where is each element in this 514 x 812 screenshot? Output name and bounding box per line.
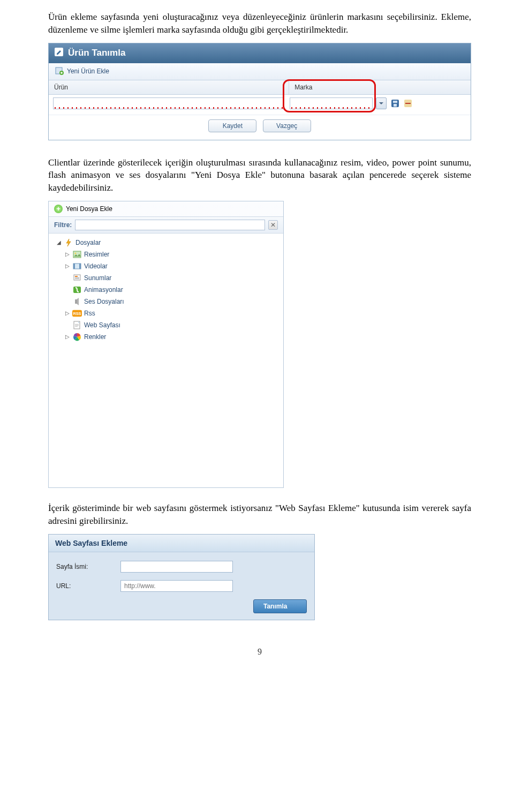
svg-rect-14 bbox=[75, 276, 78, 277]
column-headers: Ürün Marka bbox=[49, 80, 471, 95]
tree-item-label: Renkler bbox=[84, 333, 106, 341]
define-button[interactable]: Tanımla bbox=[253, 599, 307, 613]
column-header-brand: Marka bbox=[289, 80, 471, 94]
page-url-row: URL: bbox=[56, 580, 307, 592]
animation-icon bbox=[72, 285, 82, 294]
product-edit-row bbox=[49, 95, 471, 115]
collapse-icon[interactable]: ◢ bbox=[55, 239, 63, 245]
tree-item-label: Web Sayfası bbox=[84, 321, 120, 329]
svg-rect-11 bbox=[73, 264, 75, 269]
filter-input[interactable] bbox=[75, 220, 265, 230]
panel-title: Ürün Tanımla bbox=[68, 48, 125, 58]
filter-clear-button[interactable]: ✕ bbox=[268, 220, 278, 230]
expand-icon[interactable]: ▷ bbox=[64, 310, 71, 316]
file-tree: ◢ Dosyalar ▷ Resimler ▷ Videolar Sunumla… bbox=[49, 234, 283, 487]
tree-item-label: Animasyonlar bbox=[84, 286, 123, 294]
tree-item-videos[interactable]: ▷ Videolar bbox=[54, 260, 281, 272]
page-name-row: Sayfa İsmi: bbox=[56, 561, 307, 573]
rss-icon: RSS bbox=[72, 309, 82, 318]
product-define-panel: Ürün Tanımla Yeni Ürün Ekle Ürün Marka K… bbox=[48, 43, 471, 140]
cancel-button[interactable]: Vazgeç bbox=[263, 119, 311, 132]
tree-item-label: Resimler bbox=[84, 251, 109, 258]
tree-item-sounds[interactable]: Ses Dosyaları bbox=[54, 296, 281, 307]
image-icon bbox=[72, 250, 82, 259]
presentation-icon bbox=[72, 274, 82, 282]
page-name-input[interactable] bbox=[120, 561, 233, 573]
edit-icon bbox=[54, 47, 64, 59]
panel-toolbar: Yeni Ürün Ekle bbox=[49, 63, 471, 80]
add-product-link[interactable]: Yeni Ürün Ekle bbox=[67, 67, 109, 75]
webpage-panel-body: Sayfa İsmi: URL: Tanımla bbox=[49, 552, 314, 620]
panel-action-buttons: Kaydet Vazgeç bbox=[49, 115, 471, 140]
tree-item-animations[interactable]: Animasyonlar bbox=[54, 284, 281, 296]
tree-root[interactable]: ◢ Dosyalar bbox=[54, 237, 281, 249]
svg-rect-12 bbox=[79, 264, 81, 269]
tree-item-label: Rss bbox=[84, 310, 95, 317]
video-icon bbox=[72, 262, 82, 270]
file-add-toolbar: + Yeni Dosya Ekle bbox=[49, 201, 283, 217]
panel-header: Ürün Tanımla bbox=[49, 43, 471, 63]
tree-item-presentations[interactable]: Sunumlar bbox=[54, 272, 281, 284]
save-row-icon[interactable] bbox=[391, 99, 399, 108]
svg-rect-4 bbox=[393, 101, 397, 103]
tree-item-webpage[interactable]: Web Sayfası bbox=[54, 319, 281, 331]
expand-icon[interactable]: ▷ bbox=[64, 251, 71, 257]
doc-paragraph-3: İçerik gösteriminde bir web sayfasını gö… bbox=[48, 502, 471, 528]
svg-rect-15 bbox=[75, 277, 79, 278]
brand-dropdown-button[interactable] bbox=[376, 97, 387, 109]
page-url-label: URL: bbox=[56, 582, 120, 590]
column-header-product: Ürün bbox=[49, 80, 289, 94]
tree-item-colors[interactable]: ▷ Renkler bbox=[54, 331, 281, 343]
brand-select-input[interactable] bbox=[290, 97, 372, 109]
svg-text:RSS: RSS bbox=[73, 311, 81, 316]
plus-icon: + bbox=[54, 205, 63, 213]
doc-paragraph-1: Ürün ekleme sayfasında yeni oluşturacağı… bbox=[48, 11, 471, 36]
tree-item-label: Ses Dosyaları bbox=[84, 298, 124, 305]
svg-rect-8 bbox=[73, 251, 81, 258]
sound-icon bbox=[72, 297, 82, 306]
svg-point-9 bbox=[75, 252, 77, 254]
add-item-icon bbox=[55, 66, 64, 77]
webpage-add-panel: Web Sayfası Ekleme Sayfa İsmi: URL: Tanı… bbox=[48, 534, 315, 620]
webpage-panel-title: Web Sayfası Ekleme bbox=[49, 535, 314, 552]
product-name-input[interactable] bbox=[53, 97, 284, 109]
file-add-panel: + Yeni Dosya Ekle Filtre: ✕ ◢ Dosyalar ▷… bbox=[48, 201, 284, 488]
tree-item-label: Sunumlar bbox=[84, 274, 111, 282]
add-file-button[interactable]: Yeni Dosya Ekle bbox=[66, 205, 112, 213]
svg-rect-5 bbox=[394, 104, 397, 107]
tree-item-rss[interactable]: ▷ RSS Rss bbox=[54, 307, 281, 319]
svg-rect-22 bbox=[75, 325, 79, 326]
doc-paragraph-2: Clientlar üzerinde gösterilecek içeriğin… bbox=[48, 156, 471, 194]
colors-icon bbox=[72, 333, 82, 341]
delete-row-icon[interactable] bbox=[404, 99, 412, 108]
tree-item-images[interactable]: ▷ Resimler bbox=[54, 249, 281, 260]
webpage-icon bbox=[72, 321, 82, 329]
tree-item-label: Videolar bbox=[84, 262, 108, 270]
filter-label: Filtre: bbox=[54, 221, 72, 229]
svg-rect-16 bbox=[75, 279, 79, 279]
svg-rect-23 bbox=[75, 326, 78, 327]
save-button[interactable]: Kaydet bbox=[208, 119, 256, 132]
lightning-icon bbox=[64, 238, 73, 247]
page-name-label: Sayfa İsmi: bbox=[56, 563, 120, 570]
expand-icon[interactable]: ▷ bbox=[64, 263, 71, 269]
expand-icon[interactable]: ▷ bbox=[64, 334, 71, 340]
tree-root-label: Dosyalar bbox=[75, 239, 101, 246]
page-number: 9 bbox=[48, 647, 471, 657]
page-url-input[interactable] bbox=[120, 580, 233, 592]
filter-row: Filtre: ✕ bbox=[49, 217, 283, 234]
svg-rect-21 bbox=[75, 324, 79, 325]
svg-rect-7 bbox=[405, 103, 411, 104]
